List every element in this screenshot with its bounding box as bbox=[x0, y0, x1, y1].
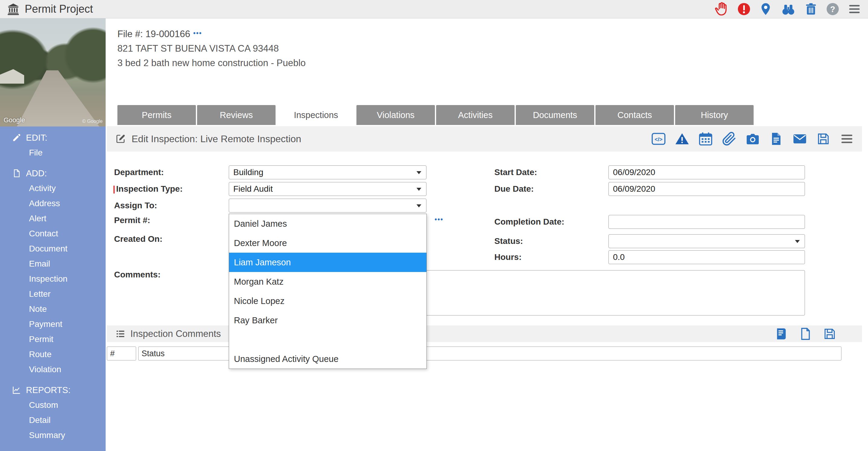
camera-icon[interactable] bbox=[745, 131, 760, 146]
comments-title-group: Inspection Comments bbox=[115, 328, 221, 339]
dropdown-option-unassigned-activity-queue[interactable]: Unassigned Activity Queue bbox=[229, 349, 427, 369]
tab-inspections[interactable]: Inspections bbox=[277, 105, 355, 125]
list-icon bbox=[115, 329, 126, 339]
file-description: 3 bed 2 bath new home construction - Pue… bbox=[117, 56, 306, 70]
sidebar-item-letter[interactable]: Letter bbox=[0, 287, 105, 302]
bank-icon bbox=[7, 2, 20, 16]
tab-contacts[interactable]: Contacts bbox=[595, 105, 674, 125]
start-date-input[interactable] bbox=[609, 166, 805, 179]
sidebar-section-reports: REPORTS: bbox=[0, 383, 105, 397]
help-icon[interactable]: ? bbox=[826, 2, 840, 16]
dropdown-option-nicole-lopez[interactable]: Nicole Lopez bbox=[229, 291, 427, 311]
completion-date-label: Completion Date: bbox=[494, 215, 564, 229]
permit-number-label: Permit #: bbox=[114, 213, 150, 227]
sidebar-item-contact[interactable]: Contact bbox=[0, 226, 105, 241]
tab-violations[interactable]: Violations bbox=[356, 105, 435, 125]
calendar-icon[interactable] bbox=[699, 131, 713, 146]
file-number: File #: 19-000166 bbox=[117, 29, 190, 39]
sidebar-item-address[interactable]: Address bbox=[0, 196, 105, 211]
department-label: Department: bbox=[114, 166, 164, 179]
inspection-type-value: Field Audit bbox=[233, 184, 273, 193]
department-select[interactable]: Building bbox=[229, 166, 427, 179]
completion-date-input[interactable] bbox=[609, 215, 805, 229]
required-marker: | bbox=[113, 184, 115, 193]
panel-title-group: Edit Inspection: Live Remote Inspection bbox=[115, 133, 301, 145]
inspection-type-label-text: Inspection Type: bbox=[116, 184, 183, 193]
sidebar-section-label: REPORTS: bbox=[26, 385, 71, 395]
dropdown-option-dexter-moore[interactable]: Dexter Moore bbox=[229, 233, 427, 253]
dropdown-option-blank[interactable] bbox=[229, 330, 427, 349]
map-pin-icon[interactable] bbox=[759, 2, 773, 16]
comments-column-number: # bbox=[107, 347, 136, 360]
tab-reviews[interactable]: Reviews bbox=[197, 105, 276, 125]
sidebar-item-violation[interactable]: Violation bbox=[0, 362, 105, 377]
panel-toolbar: </> bbox=[651, 131, 854, 146]
start-date-label: Start Date: bbox=[494, 166, 537, 179]
code-icon[interactable]: </> bbox=[651, 131, 666, 146]
file-address: 821 TAFT ST BUENA VISTA CA 93448 bbox=[117, 41, 306, 56]
sidebar-item-route[interactable]: Route bbox=[0, 347, 105, 362]
google-copyright: © Google bbox=[82, 119, 103, 124]
created-on-label: Created On: bbox=[114, 232, 162, 246]
alert-circle-icon[interactable] bbox=[737, 2, 751, 16]
tab-documents[interactable]: Documents bbox=[516, 105, 594, 125]
chevron-down-icon bbox=[416, 188, 421, 191]
sidebar-item-document[interactable]: Document bbox=[0, 241, 105, 256]
hours-label: Hours: bbox=[494, 250, 522, 264]
document-icon[interactable] bbox=[769, 131, 783, 146]
svg-text:</>: </> bbox=[655, 137, 662, 143]
status-label: Status: bbox=[494, 234, 523, 248]
book-icon[interactable] bbox=[774, 327, 788, 341]
sidebar-item-permit[interactable]: Permit bbox=[0, 332, 105, 347]
sidebar-item-note[interactable]: Note bbox=[0, 302, 105, 317]
permit-more-icon[interactable]: ••• bbox=[435, 215, 443, 223]
svg-text:?: ? bbox=[830, 5, 835, 14]
chart-icon bbox=[12, 386, 21, 395]
tab-history[interactable]: History bbox=[675, 105, 754, 125]
menu-icon[interactable] bbox=[847, 2, 861, 16]
inspection-type-select[interactable]: Field Audit bbox=[229, 182, 427, 196]
street-view-photo[interactable]: Google © Google bbox=[0, 19, 105, 126]
app-title: Permit Project bbox=[25, 3, 93, 16]
sidebar-item-payment[interactable]: Payment bbox=[0, 317, 105, 332]
paperclip-icon[interactable] bbox=[722, 131, 736, 146]
due-date-label: Due Date: bbox=[494, 182, 534, 196]
save-icon[interactable] bbox=[823, 327, 837, 341]
assign-to-label: Assign To: bbox=[114, 199, 157, 212]
inspection-panel-header: Edit Inspection: Live Remote Inspection … bbox=[107, 126, 862, 152]
dropdown-option-liam-jameson[interactable]: Liam Jameson bbox=[229, 253, 427, 272]
dropdown-option-ray-barker[interactable]: Ray Barker bbox=[229, 311, 427, 330]
envelope-icon[interactable] bbox=[793, 131, 807, 146]
menu-icon[interactable] bbox=[840, 131, 854, 146]
binoculars-icon[interactable] bbox=[780, 2, 796, 16]
sidebar-item-file[interactable]: File bbox=[0, 145, 105, 160]
new-page-icon[interactable] bbox=[799, 327, 812, 341]
sidebar-item-alert[interactable]: Alert bbox=[0, 211, 105, 226]
save-icon[interactable] bbox=[816, 131, 831, 146]
sidebar-section-add: ADD: bbox=[0, 166, 105, 181]
top-bar: Permit Project ? bbox=[0, 0, 868, 19]
sidebar-item-summary[interactable]: Summary bbox=[0, 428, 105, 443]
due-date-input[interactable] bbox=[609, 182, 805, 196]
dropdown-option-daniel-james[interactable]: Daniel James bbox=[229, 214, 427, 233]
sidebar-item-email[interactable]: Email bbox=[0, 256, 105, 271]
sidebar-item-custom[interactable]: Custom bbox=[0, 397, 105, 413]
tab-permits[interactable]: Permits bbox=[117, 105, 196, 125]
status-select[interactable] bbox=[609, 234, 805, 248]
sidebar-item-detail[interactable]: Detail bbox=[0, 413, 105, 428]
sidebar-section-label: EDIT: bbox=[26, 133, 48, 143]
comments-toolbar bbox=[774, 327, 837, 341]
sidebar-item-activity[interactable]: Activity bbox=[0, 181, 105, 196]
assign-to-dropdown: Daniel James Dexter Moore Liam Jameson M… bbox=[229, 214, 427, 369]
pencil-icon bbox=[12, 133, 21, 142]
dropdown-option-morgan-katz[interactable]: Morgan Katz bbox=[229, 272, 427, 291]
tab-activities[interactable]: Activities bbox=[436, 105, 515, 125]
trash-icon[interactable] bbox=[804, 2, 818, 16]
hours-input[interactable] bbox=[609, 250, 805, 264]
sidebar-item-inspection[interactable]: Inspection bbox=[0, 271, 105, 287]
assign-to-select[interactable] bbox=[229, 199, 427, 212]
warning-icon[interactable] bbox=[675, 131, 689, 146]
comments-label: Comments: bbox=[114, 268, 161, 282]
file-more-icon[interactable]: ••• bbox=[193, 29, 202, 37]
hand-stop-icon[interactable] bbox=[713, 1, 729, 17]
